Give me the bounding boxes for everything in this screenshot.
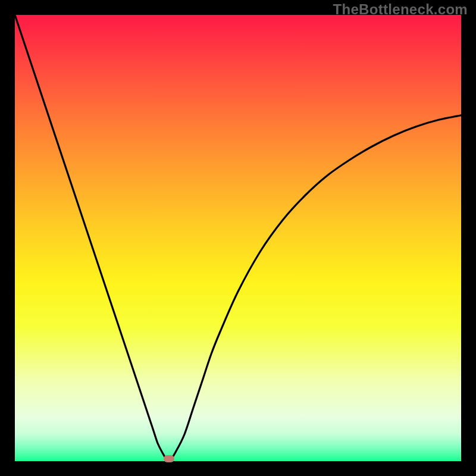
optimum-marker [164, 455, 174, 462]
figure: { "watermark": "TheBottleneck.com", "plo… [0, 0, 476, 476]
curve-layer [15, 15, 461, 461]
bottleneck-curve [15, 15, 461, 460]
